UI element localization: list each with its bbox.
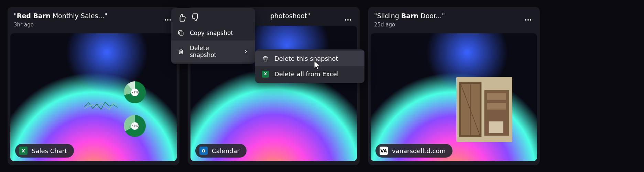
more-button[interactable] — [342, 14, 353, 25]
svg-rect-19 — [178, 31, 182, 34]
donut-chart: 67% — [124, 115, 146, 137]
title-highlight: Barn — [401, 12, 418, 20]
context-submenu: Delete this snapshot X Delete all from E… — [255, 49, 364, 83]
ellipsis-icon — [164, 19, 171, 21]
menu-item-label: Delete snapshot — [190, 45, 232, 58]
thumbs-up-button[interactable] — [177, 13, 186, 22]
title-highlight: Red Barn — [17, 12, 51, 20]
card-time: 25d ago — [374, 22, 534, 28]
source-badge[interactable]: O Calendar — [195, 144, 247, 158]
svg-point-6 — [525, 19, 526, 21]
thumbs-down-icon — [191, 13, 200, 22]
card-title: "Sliding Barn Door..." — [374, 12, 534, 20]
title-prefix: "Sliding — [374, 12, 401, 20]
delete-all-excel-item[interactable]: X Delete all from Excel — [255, 66, 364, 82]
trash-icon — [262, 55, 269, 62]
badge-label: Sales Chart — [32, 147, 67, 154]
badge-label: vanarsdelltd.com — [392, 147, 446, 154]
feedback-row — [171, 8, 255, 25]
svg-rect-16 — [487, 103, 506, 110]
snapshot-card[interactable]: "Red Barn Monthly Sales..." 3hr ago File… — [8, 7, 179, 165]
mini-line-chart — [82, 100, 121, 112]
excel-icon: X — [262, 71, 269, 78]
svg-rect-18 — [180, 32, 183, 35]
title-rest: Door..." — [418, 12, 445, 20]
thumbs-up-icon — [177, 13, 186, 22]
donut-chart: 71% — [124, 81, 146, 103]
ellipsis-icon — [345, 19, 351, 21]
excel-icon: X — [19, 147, 28, 155]
card-title: "Red Barn Monthly Sales..." — [14, 12, 173, 20]
delete-this-snapshot-item[interactable]: Delete this snapshot — [255, 51, 364, 66]
source-badge[interactable]: VA vanarsdelltd.com — [375, 144, 452, 158]
svg-point-1 — [167, 19, 168, 21]
svg-rect-17 — [489, 121, 503, 133]
ellipsis-icon — [525, 19, 532, 21]
snapshot-thumbnail[interactable]: File Home Insert Draw Page Layout Formul… — [10, 33, 177, 161]
wallpaper-bg — [10, 33, 177, 161]
title-rest: Monthly Sales..." — [51, 12, 108, 20]
delete-snapshot-item[interactable]: Delete snapshot — [171, 41, 255, 62]
thumbs-down-button[interactable] — [191, 13, 200, 22]
menu-item-label: Copy snapshot — [190, 30, 233, 36]
outlook-icon: O — [199, 147, 208, 155]
svg-point-5 — [350, 19, 351, 21]
svg-point-8 — [530, 19, 531, 21]
title-plain: photoshoot" — [270, 12, 310, 20]
card-title: photoshoot" — [270, 12, 353, 20]
product-image — [456, 77, 512, 142]
title-quote: " — [14, 12, 17, 20]
more-button[interactable] — [523, 14, 534, 25]
svg-point-2 — [170, 19, 171, 21]
card-header: "Sliding Barn Door..." 25d ago — [368, 7, 540, 30]
svg-point-3 — [345, 19, 346, 21]
copy-icon — [177, 30, 184, 36]
chevron-right-icon — [243, 48, 249, 55]
badge-label: Calendar — [212, 147, 240, 154]
card-time: 3hr ago — [14, 22, 173, 28]
menu-item-label: Delete all from Excel — [274, 70, 339, 78]
source-badge[interactable]: X Sales Chart — [15, 144, 74, 158]
copy-snapshot-item[interactable]: Copy snapshot — [171, 25, 255, 41]
svg-point-4 — [347, 19, 349, 21]
context-menu: Copy snapshot Delete snapshot — [171, 8, 255, 64]
snapshot-thumbnail[interactable]: VanArsdel CLOTHINGFURNITUREAPPLIANCESTEC… — [371, 33, 537, 161]
card-header: "Red Barn Monthly Sales..." 3hr ago — [8, 7, 179, 30]
menu-item-label: Delete this snapshot — [274, 55, 338, 62]
svg-point-7 — [527, 19, 529, 21]
trash-icon — [177, 48, 184, 55]
site-icon: VA — [380, 147, 388, 155]
svg-point-0 — [165, 19, 166, 21]
snapshot-card[interactable]: "Sliding Barn Door..." 25d ago VanArsdel… — [368, 7, 540, 165]
svg-rect-15 — [487, 93, 506, 100]
